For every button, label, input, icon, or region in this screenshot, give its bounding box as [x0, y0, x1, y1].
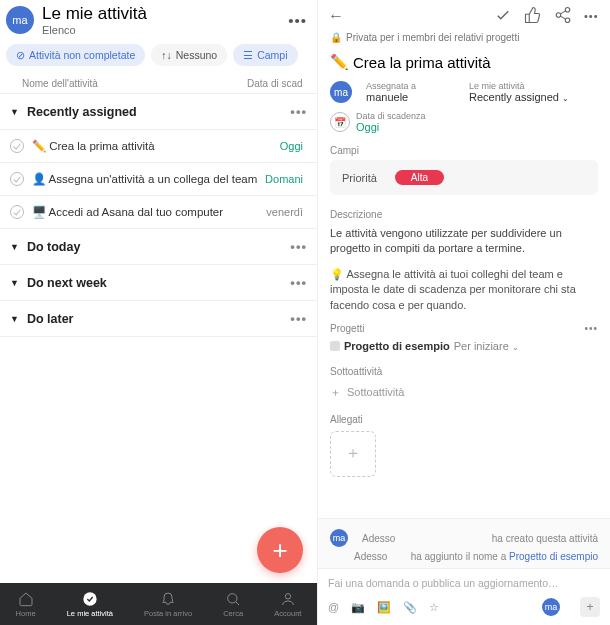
privacy-label: 🔒 Privata per i membri dei relativi prog…	[318, 32, 610, 49]
projects-label: Progetti	[330, 323, 364, 334]
filter-incomplete-chip[interactable]: ⊘Attività non completate	[6, 44, 145, 66]
activity-avatar: ma	[330, 529, 348, 547]
camera-icon[interactable]: 📷	[351, 601, 365, 614]
svg-point-3	[565, 8, 570, 13]
task-date: venerdì	[266, 206, 307, 218]
like-icon[interactable]	[524, 6, 540, 26]
due-value[interactable]: Oggi	[356, 121, 426, 133]
lock-icon: 🔒	[330, 32, 342, 43]
avatar[interactable]: ma	[6, 6, 34, 34]
svg-point-5	[565, 18, 570, 23]
description-tip: 💡 Assegna le attività ai tuoi colleghi d…	[318, 265, 610, 321]
search-icon	[225, 591, 241, 607]
more-icon[interactable]: •••	[584, 10, 600, 22]
share-icon[interactable]	[554, 6, 570, 26]
activity-time: Adesso	[362, 533, 395, 544]
mytasks-label: Le mie attività	[469, 81, 598, 91]
assignee-avatar[interactable]: ma	[330, 81, 352, 103]
bell-icon	[160, 591, 176, 607]
complete-icon[interactable]	[494, 6, 510, 26]
priority-field[interactable]: Priorità Alta	[330, 160, 598, 195]
project-color-icon	[330, 341, 340, 351]
description-label: Descrizione	[318, 203, 610, 224]
col-task-name: Nome dell'attività	[10, 78, 247, 89]
nav-search[interactable]: Cerca	[223, 591, 243, 618]
add-attachment[interactable]: ＋	[330, 431, 376, 477]
collaborator-avatar[interactable]: ma	[542, 598, 560, 616]
mention-icon[interactable]: @	[328, 601, 339, 613]
page-title: Le mie attività	[42, 4, 147, 24]
home-icon	[18, 591, 34, 607]
description-text[interactable]: Le attività vengono utilizzate per suddi…	[318, 224, 610, 265]
section-do-today[interactable]: ▼ Do today •••	[0, 229, 317, 265]
task-date: Domani	[265, 173, 307, 185]
account-icon	[280, 591, 296, 607]
col-due-date: Data di scad	[247, 78, 307, 89]
section-do-next-week[interactable]: ▼ Do next week •••	[0, 265, 317, 301]
plus-icon: ＋	[330, 385, 341, 400]
complete-check-icon[interactable]	[10, 172, 24, 186]
plus-icon: ＋	[345, 443, 361, 464]
section-more-icon[interactable]: •••	[290, 311, 307, 326]
task-row[interactable]: ✏️ Crea la prima attività Oggi	[0, 130, 317, 163]
complete-check-icon[interactable]	[10, 205, 24, 219]
task-date: Oggi	[280, 140, 307, 152]
svg-point-0	[83, 592, 96, 605]
task-row[interactable]: 🖥️ Accedi ad Asana dal tuo computer vene…	[0, 196, 317, 229]
add-subtask[interactable]: ＋ Sottoattività	[318, 381, 610, 408]
fields-label: Campi	[318, 139, 610, 160]
sort-none-chip[interactable]: ↑↓Nessuno	[151, 44, 227, 66]
chevron-down-icon: ⌄	[562, 94, 569, 103]
comment-input[interactable]: Fai una domanda o pubblica un aggiorname…	[328, 577, 600, 597]
assignee-label: Assegnata a	[366, 81, 416, 91]
caret-down-icon: ▼	[10, 278, 19, 288]
section-more-icon[interactable]: •••	[290, 104, 307, 119]
bottom-nav: Home Le mie attività Posta in arrivo Cer…	[0, 583, 317, 625]
fields-chip[interactable]: ☰Campi	[233, 44, 297, 66]
star-icon[interactable]: ☆	[429, 601, 439, 614]
section-do-later[interactable]: ▼ Do later •••	[0, 301, 317, 337]
check-circle-icon	[82, 591, 98, 607]
add-collaborator[interactable]: +	[580, 597, 600, 617]
pencil-icon: ✏️	[330, 53, 349, 71]
chevron-down-icon: ⌄	[512, 343, 519, 352]
task-label: ✏️ Crea la prima attività	[32, 139, 280, 153]
nav-inbox[interactable]: Posta in arrivo	[144, 591, 192, 618]
back-icon[interactable]: ←	[328, 7, 344, 25]
attachments-label: Allegati	[318, 408, 610, 429]
section-more-icon[interactable]: •••	[290, 239, 307, 254]
caret-down-icon: ▼	[10, 242, 19, 252]
task-title[interactable]: ✏️ Crea la prima attività	[318, 49, 610, 79]
add-task-fab[interactable]: +	[257, 527, 303, 573]
gallery-icon[interactable]: 🖼️	[377, 601, 391, 614]
due-label: Data di scadenza	[356, 111, 426, 121]
subtasks-label: Sottoattività	[318, 360, 610, 381]
section-more-icon[interactable]: •••	[290, 275, 307, 290]
project-item[interactable]: Progetto di esempio Per iniziare ⌄	[318, 336, 610, 360]
calendar-icon[interactable]: 📅	[330, 112, 350, 132]
svg-point-1	[228, 593, 237, 602]
project-link[interactable]: Progetto di esempio	[509, 551, 598, 562]
view-subtitle[interactable]: Elenco	[42, 24, 147, 36]
assignee-value[interactable]: manuele	[366, 91, 416, 103]
section-recently-assigned[interactable]: ▼ Recently assigned •••	[0, 94, 317, 130]
nav-account[interactable]: Account	[274, 591, 301, 618]
activity-feed: ma Adesso ha creato questa attività Ades…	[318, 518, 610, 568]
task-label: 🖥️ Accedi ad Asana dal tuo computer	[32, 205, 266, 219]
svg-point-4	[556, 13, 561, 18]
svg-point-2	[285, 593, 290, 598]
more-icon[interactable]: •••	[288, 12, 307, 29]
nav-home[interactable]: Home	[16, 591, 36, 618]
nav-my-tasks[interactable]: Le mie attività	[67, 591, 113, 618]
section-dropdown[interactable]: Recently assigned ⌄	[469, 91, 598, 103]
task-label: 👤 Assegna un'attività a un collega del t…	[32, 172, 265, 186]
caret-down-icon: ▼	[10, 107, 19, 117]
activity-added: ha aggiunto il nome a Progetto di esempi…	[393, 551, 598, 562]
activity-created: ha creato questa attività	[401, 533, 598, 544]
task-row[interactable]: 👤 Assegna un'attività a un collega del t…	[0, 163, 317, 196]
caret-down-icon: ▼	[10, 314, 19, 324]
projects-more-icon[interactable]: •••	[584, 323, 598, 334]
complete-check-icon[interactable]	[10, 139, 24, 153]
attachment-icon[interactable]: 📎	[403, 601, 417, 614]
activity-time: Adesso	[354, 551, 387, 562]
